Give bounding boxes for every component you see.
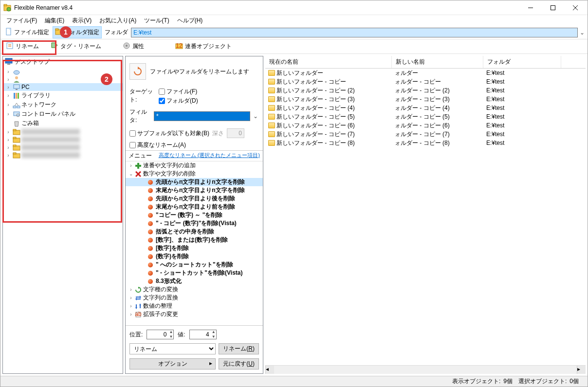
tab-seq-object[interactable]: 12 連番オブジェクト xyxy=(172,40,237,53)
menu-leaf[interactable]: [数字]、または(数字)を削除 xyxy=(126,236,263,244)
rename-button[interactable]: リネーム(R) xyxy=(219,343,259,354)
tree-item[interactable]: ›コントロール パネル xyxy=(3,109,123,119)
column-header[interactable]: フォルダ xyxy=(483,56,561,68)
expander-icon[interactable]: › xyxy=(5,111,12,117)
file-spec-button[interactable]: ファイル指定 xyxy=(2,26,52,38)
close-button[interactable] xyxy=(564,1,587,15)
action-select[interactable]: リネーム xyxy=(129,343,216,354)
svg-rect-39 xyxy=(13,145,16,146)
menu-leaf[interactable]: "コピー (数字) ～ "を削除 xyxy=(126,211,263,219)
list-item[interactable]: 新しいフォルダー - コピー (7)ォルダー - コピー (7)E:¥test xyxy=(265,130,586,139)
folder-icon xyxy=(268,114,275,120)
menu-item[interactable]: ツール(T) xyxy=(140,16,173,26)
menu-group[interactable]: ›連番や文字列の追加 xyxy=(126,161,263,170)
menu-item[interactable]: ファイル(F) xyxy=(2,16,41,26)
list-item[interactable]: 新しいフォルダー - コピー (3)ォルダー - コピー (3)E:¥test xyxy=(265,95,586,104)
menu-group[interactable]: ›文字列の置換 xyxy=(126,294,263,302)
refresh-green-icon xyxy=(135,287,142,293)
bullet-icon xyxy=(148,229,153,234)
undo-button[interactable]: 元に戻す(U) xyxy=(219,358,259,369)
menu-leaf[interactable]: 末尾からn文字目よりn文字を削除 xyxy=(126,186,263,194)
svg-point-22 xyxy=(15,76,18,79)
menu-label: メニュー xyxy=(129,152,152,160)
list-item[interactable]: 新しいフォルダー - コピー (5)ォルダー - コピー (5)E:¥test xyxy=(265,112,586,121)
list-item[interactable]: 新しいフォルダー - コピー (8)ォルダー - コピー (8)E:¥test xyxy=(265,139,586,147)
target-folder-check[interactable]: フォルダ(D) xyxy=(159,97,198,105)
menu-leaf[interactable]: 先頭からn文字目よりn文字を削除 xyxy=(126,178,263,186)
menu-leaf[interactable]: " - コピー (数字)"を削除(Vista) xyxy=(126,219,263,228)
tab-tag-rename[interactable]: タグ・リネーム xyxy=(47,40,107,53)
expander-icon[interactable]: › xyxy=(128,163,134,168)
expander-icon[interactable]: › xyxy=(5,93,12,98)
menu-item[interactable]: 表示(V) xyxy=(68,16,95,26)
menu-leaf[interactable]: 末尾からn文字目より前を削除 xyxy=(126,203,263,211)
menu-item[interactable]: 編集(E) xyxy=(41,16,68,26)
filter-input[interactable] xyxy=(154,111,250,121)
advanced-rename-check[interactable]: 高度なリネーム(A) xyxy=(129,141,186,149)
subfolder-check[interactable]: サブフォルダ以下も対象(B) xyxy=(129,129,209,138)
tree-item[interactable]: › xyxy=(3,136,123,143)
menu-leaf[interactable]: 8.3形式化 xyxy=(126,277,263,285)
tree-root[interactable]: デスクトップ xyxy=(3,56,123,68)
expander-icon[interactable]: › xyxy=(128,312,134,317)
expander-icon[interactable]: ⌄ xyxy=(128,171,134,176)
expander-icon[interactable]: › xyxy=(128,287,134,292)
svg-marker-14 xyxy=(52,43,57,48)
column-header[interactable]: 新しい名前 xyxy=(392,56,483,68)
expander-icon[interactable]: › xyxy=(128,303,134,309)
list-item[interactable]: 新しいフォルダー - コピー (4)ォルダー - コピー (4)E:¥test xyxy=(265,104,586,112)
scroll-left-icon[interactable]: ◂ xyxy=(265,366,274,374)
menu-group[interactable]: ›数値の整理 xyxy=(126,302,263,310)
list-item[interactable]: 新しいフォルダーォルダーE:¥test xyxy=(265,69,586,77)
column-header[interactable]: 現在の名前 xyxy=(265,56,392,68)
list-item[interactable]: 新しいフォルダー - コピーォルダー - コピーE:¥test xyxy=(265,77,586,86)
tree-item[interactable]: › xyxy=(3,143,123,151)
menu-leaf[interactable]: (数字)を削除 xyxy=(126,252,263,261)
list-item[interactable]: 新しいフォルダー - コピー (2)ォルダー - コピー (2)E:¥test xyxy=(265,86,586,95)
horizontal-scrollbar[interactable]: ◂ ▸ xyxy=(265,365,586,374)
tree-item[interactable]: ごみ箱 xyxy=(3,119,123,128)
expander-icon[interactable]: › xyxy=(5,77,12,82)
folder-path-input[interactable] xyxy=(131,28,578,37)
expander-icon[interactable]: › xyxy=(5,137,12,142)
option-button[interactable]: オプション▸ xyxy=(129,358,216,369)
advanced-rename-link[interactable]: 高度なリネーム (選択されたメニュー項目) xyxy=(159,152,260,160)
tree-item[interactable]: ›ライブラリ xyxy=(3,91,123,100)
menu-group[interactable]: ›ab拡張子の変更 xyxy=(126,310,263,318)
rename-menu-tree[interactable]: ›連番や文字列の追加⌄数字や文字列の削除先頭からn文字目よりn文字を削除末尾から… xyxy=(126,161,263,325)
menu-leaf[interactable]: 括弧とその中身を削除 xyxy=(126,228,263,236)
expander-icon[interactable]: › xyxy=(128,295,134,300)
folder-icon xyxy=(13,144,20,151)
menu-leaf[interactable]: [数字]を削除 xyxy=(126,244,263,252)
bullet-icon xyxy=(148,188,153,193)
plus-green-icon xyxy=(135,163,142,169)
scroll-right-icon[interactable]: ▸ xyxy=(577,366,586,374)
menu-leaf[interactable]: " へのショートカット"を削除 xyxy=(126,261,263,269)
expander-icon[interactable]: › xyxy=(5,102,12,107)
tree-item[interactable]: ›ネットワーク xyxy=(3,100,123,109)
menu-item[interactable]: お気に入り(A) xyxy=(95,16,140,26)
expander-icon[interactable]: › xyxy=(5,85,12,90)
tree-item[interactable]: › xyxy=(3,151,123,159)
expander-icon[interactable]: › xyxy=(5,69,12,74)
tab-rename[interactable]: リネーム xyxy=(2,40,44,53)
maximize-button[interactable] xyxy=(542,1,564,15)
expander-icon[interactable]: › xyxy=(5,145,12,150)
menu-leaf[interactable]: 先頭からn文字目より後を削除 xyxy=(126,194,263,203)
list-item[interactable]: 新しいフォルダー - コピー (6)ォルダー - コピー (6)E:¥test xyxy=(265,121,586,130)
expander-icon[interactable]: › xyxy=(5,129,12,135)
list-body[interactable]: 新しいフォルダーォルダーE:¥test新しいフォルダー - コピーォルダー - … xyxy=(265,69,586,365)
depth-label: 深さ xyxy=(212,129,224,138)
expander-icon[interactable]: › xyxy=(5,153,12,158)
menu-leaf[interactable]: " - ショートカット"を削除(Vista) xyxy=(126,269,263,277)
svg-rect-24 xyxy=(16,89,18,90)
tab-attributes[interactable]: 属性 xyxy=(119,40,149,53)
chevron-down-icon[interactable]: ⌄ xyxy=(253,113,259,120)
menu-group[interactable]: ›文字種の変換 xyxy=(126,285,263,294)
tree-item[interactable]: › xyxy=(3,128,123,136)
menu-group[interactable]: ⌄数字や文字列の削除 xyxy=(126,170,263,178)
minimize-button[interactable] xyxy=(519,1,542,15)
dropdown-icon[interactable]: ⌄ xyxy=(579,29,586,36)
target-file-check[interactable]: ファイル(F) xyxy=(159,88,198,96)
menu-item[interactable]: ヘルプ(H) xyxy=(173,16,207,26)
